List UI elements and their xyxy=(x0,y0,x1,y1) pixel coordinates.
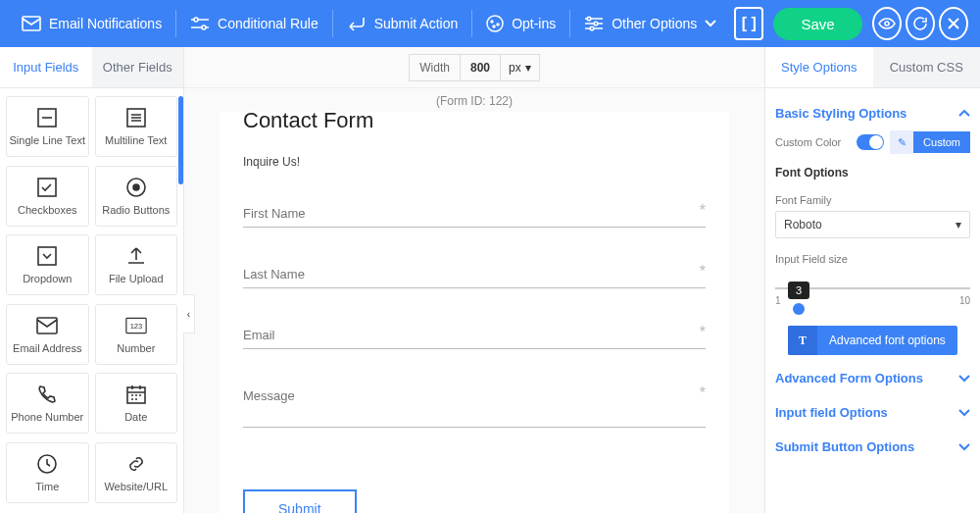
svg-rect-16 xyxy=(38,247,56,265)
field-type-dropdown[interactable]: Dropdown xyxy=(6,234,89,295)
field-type-checkboxes[interactable]: Checkboxes xyxy=(6,166,89,227)
tab-input-fields[interactable]: Input Fields xyxy=(0,47,92,87)
slider-knob[interactable] xyxy=(793,303,805,315)
svg-point-9 xyxy=(590,26,594,30)
radio-dot-icon xyxy=(125,177,147,198)
first-name-input[interactable] xyxy=(243,196,706,228)
collapse-left-panel[interactable]: ‹ xyxy=(183,294,195,333)
svg-rect-17 xyxy=(37,318,57,333)
eye-icon xyxy=(878,18,896,29)
sliders-icon xyxy=(190,16,210,31)
font-family-control: Font Family Roboto ▾ xyxy=(775,193,970,238)
width-unit-select[interactable]: px▾ xyxy=(500,54,540,81)
right-tabs: Style Options Custom CSS xyxy=(765,47,980,88)
form-subtitle[interactable]: Inquire Us! xyxy=(243,155,706,169)
phone-icon xyxy=(36,384,58,405)
refresh-button[interactable] xyxy=(906,7,935,40)
separator xyxy=(175,10,176,37)
last-name-input[interactable] xyxy=(243,257,706,288)
svg-text:123: 123 xyxy=(129,322,142,331)
svg-point-5 xyxy=(497,24,499,26)
field-type-time[interactable]: Time xyxy=(6,442,89,503)
field-grid[interactable]: Single Line TextMultiline TextCheckboxes… xyxy=(0,88,183,513)
chevron-down-icon xyxy=(958,375,970,383)
field-type-email-address[interactable]: Email Address xyxy=(6,304,89,365)
refresh-icon xyxy=(912,16,928,31)
conditional-rule-button[interactable]: Conditional Rule xyxy=(180,10,328,37)
style-body[interactable]: Basic Styling Options Custom Color ✎ Cus… xyxy=(765,88,980,513)
separator xyxy=(471,10,472,37)
email-notifications-button[interactable]: Email Notifications xyxy=(12,10,172,37)
caret-down-icon: ▾ xyxy=(956,218,961,231)
field-label: Checkboxes xyxy=(18,204,77,216)
field-type-single-line-text[interactable]: Single Line Text xyxy=(6,96,89,157)
field-label: Radio Buttons xyxy=(102,204,170,216)
close-icon xyxy=(947,17,960,30)
tab-custom-css[interactable]: Custom CSS xyxy=(873,47,981,87)
accordion-input-field[interactable]: Input field Options xyxy=(775,395,970,430)
accordion-advanced-form[interactable]: Advanced Form Options xyxy=(775,361,970,395)
form-field[interactable]: * xyxy=(243,196,706,228)
text-icon: T xyxy=(788,326,817,355)
form-title[interactable]: Contact Form xyxy=(243,108,706,133)
message-textarea[interactable] xyxy=(243,379,706,428)
input-size-slider[interactable]: 3 1 10 xyxy=(775,287,970,306)
width-value-input[interactable]: 800 xyxy=(460,54,500,81)
field-label: Time xyxy=(35,481,59,492)
custom-button[interactable]: ✎ Custom xyxy=(890,130,970,154)
caret-down-icon: ▾ xyxy=(525,61,531,75)
accordion-basic-styling[interactable]: Basic Styling Options xyxy=(775,96,970,130)
toolbar-label: Submit Action xyxy=(374,16,459,31)
tab-other-fields[interactable]: Other Fields xyxy=(92,47,184,87)
chevron-down-icon xyxy=(958,409,970,417)
field-type-phone-number[interactable]: Phone Number xyxy=(6,373,89,434)
field-label: Dropdown xyxy=(23,273,72,284)
required-icon: * xyxy=(700,263,706,281)
svg-rect-0 xyxy=(23,17,40,30)
custom-color-row: Custom Color ✎ Custom xyxy=(775,130,970,154)
font-family-select[interactable]: Roboto ▾ xyxy=(775,211,970,238)
accordion-submit-button[interactable]: Submit Button Options xyxy=(775,430,970,464)
font-options-title: Font Options xyxy=(775,166,970,180)
close-button[interactable] xyxy=(939,7,968,40)
field-type-multiline-text[interactable]: Multiline Text xyxy=(95,96,178,157)
form-field[interactable]: * xyxy=(243,379,706,431)
field-type-radio-buttons[interactable]: Radio Buttons xyxy=(95,166,178,227)
toolbar-label: Opt-ins xyxy=(512,16,556,31)
advanced-font-button[interactable]: T Advanced font options xyxy=(788,326,957,355)
field-type-date[interactable]: Date xyxy=(95,373,178,434)
optins-button[interactable]: Opt-ins xyxy=(476,9,565,38)
save-button[interactable]: Save xyxy=(773,8,861,40)
svg-point-8 xyxy=(594,22,598,26)
field-type-file-upload[interactable]: File Upload xyxy=(95,234,178,295)
submit-action-button[interactable]: Submit Action xyxy=(337,10,468,37)
embed-code-button[interactable]: [ ] xyxy=(734,7,763,40)
chevron-down-icon xyxy=(705,20,716,27)
unit-text: px xyxy=(509,61,521,75)
form-field[interactable]: * xyxy=(243,257,706,288)
slider-value-bubble: 3 xyxy=(788,282,809,299)
field-type-website-url[interactable]: Website/URL xyxy=(95,442,178,503)
form-field[interactable]: * xyxy=(243,318,706,349)
scrollbar-thumb[interactable] xyxy=(178,96,183,184)
form-scroll[interactable]: Contact Form Inquire Us! * * * * Submit xyxy=(184,108,764,513)
tab-style-options[interactable]: Style Options xyxy=(765,47,873,87)
required-icon: * xyxy=(700,324,706,341)
advanced-font-label: Advanced font options xyxy=(817,333,957,347)
sliders-icon xyxy=(584,16,604,31)
field-type-number[interactable]: 123Number xyxy=(95,304,178,365)
email-input[interactable] xyxy=(243,318,706,349)
brackets-icon: [ ] xyxy=(742,15,757,32)
main-area: Input Fields Other Fields Single Line Te… xyxy=(0,47,980,513)
submit-button[interactable]: Submit xyxy=(243,489,357,513)
separator xyxy=(332,10,333,37)
custom-button-label: Custom xyxy=(913,131,970,153)
chevron-down-icon xyxy=(958,443,970,451)
lines-box-icon xyxy=(125,107,147,128)
custom-color-toggle[interactable] xyxy=(857,134,884,150)
field-label: Date xyxy=(124,411,147,423)
separator xyxy=(569,10,570,37)
pencil-icon: ✎ xyxy=(890,130,913,154)
preview-button[interactable] xyxy=(872,7,902,40)
other-options-button[interactable]: Other Options xyxy=(574,10,726,37)
